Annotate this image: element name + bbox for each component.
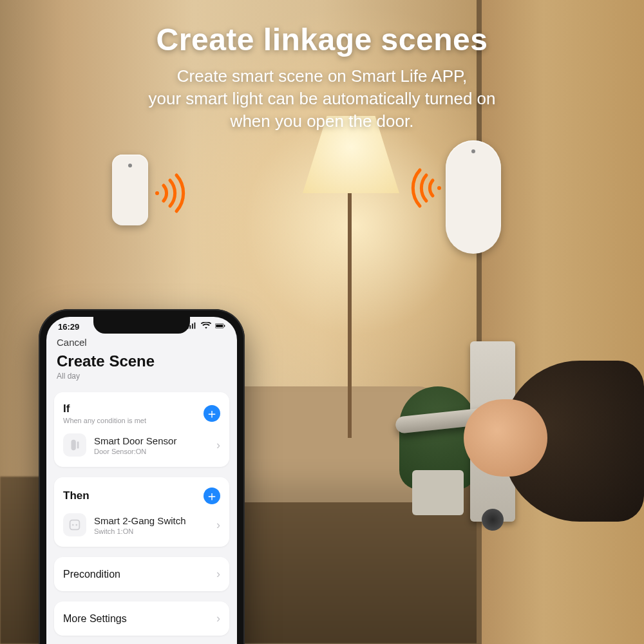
page-title: Create Scene [57,352,227,370]
hand [464,399,547,477]
page-subtitle: All day [57,372,227,381]
wifi-icon [201,322,211,332]
svg-rect-7 [70,520,80,530]
condition-name: Smart Door Sensor [94,435,209,446]
svg-rect-4 [224,325,225,327]
phone-notch [93,317,190,334]
door-sensor-magnet [112,155,148,225]
signal-waves-icon [404,167,446,211]
if-hint: When any condition is met [63,417,146,424]
svg-rect-5 [71,440,76,451]
door-sensor-icon [63,433,86,457]
plus-icon: ＋ [205,489,218,502]
svg-point-9 [75,524,77,526]
action-name: Smart 2-Gang Switch [94,515,209,526]
precondition-row[interactable]: Precondition › [54,557,229,591]
page-title-block: Create Scene All day [46,350,237,387]
chevron-right-icon: › [216,518,220,532]
chevron-right-icon: › [216,439,220,452]
signal-waves-icon [151,173,192,216]
add-condition-button[interactable]: ＋ [204,405,220,422]
condition-row[interactable]: Smart Door Sensor Door Sensor:ON › [54,426,229,464]
plant-pot [412,470,464,515]
phone-screen: 16:29 Cancel Create Scene All day If Whe… [46,317,237,644]
chevron-right-icon: › [216,612,220,625]
svg-point-1 [437,186,441,190]
cancel-button[interactable]: Cancel [57,337,87,348]
if-label: If [63,402,146,415]
action-detail: Switch 1:ON [94,527,209,535]
headline-line1: Create smart scene on Smart Life APP, [177,66,467,86]
then-label: Then [63,489,90,502]
if-card: If When any condition is met ＋ Smart Doo… [54,392,229,467]
door-sensor-main [446,140,501,254]
svg-rect-6 [77,442,79,449]
svg-point-0 [155,191,159,195]
chevron-right-icon: › [216,567,220,581]
marketing-headline: Create linkage scenes Create smart scene… [0,22,644,133]
more-settings-row[interactable]: More Settings › [54,601,229,636]
headline-line2: your smart light can be automatically tu… [148,89,495,108]
condition-detail: Door Sensor:ON [94,448,209,455]
more-settings-label: More Settings [63,613,127,625]
plus-icon: ＋ [205,407,218,420]
action-row[interactable]: Smart 2-Gang Switch Switch 1:ON › [54,506,229,544]
phone-frame: 16:29 Cancel Create Scene All day If Whe… [39,309,245,644]
switch-icon [63,513,86,536]
add-action-button[interactable]: ＋ [204,488,220,504]
lamp-pole [348,167,352,438]
precondition-label: Precondition [63,569,120,580]
then-card: Then ＋ Smart 2-Gang Switch Switch 1:ON › [54,477,229,547]
status-time: 16:29 [58,322,79,332]
svg-rect-3 [216,325,223,327]
nav-row: Cancel [46,333,237,350]
door-keyhole [482,509,504,531]
headline-title: Create linkage scenes [0,22,644,57]
svg-point-8 [72,524,74,526]
headline-line3: when you open the door. [231,111,414,131]
battery-icon [215,322,225,332]
